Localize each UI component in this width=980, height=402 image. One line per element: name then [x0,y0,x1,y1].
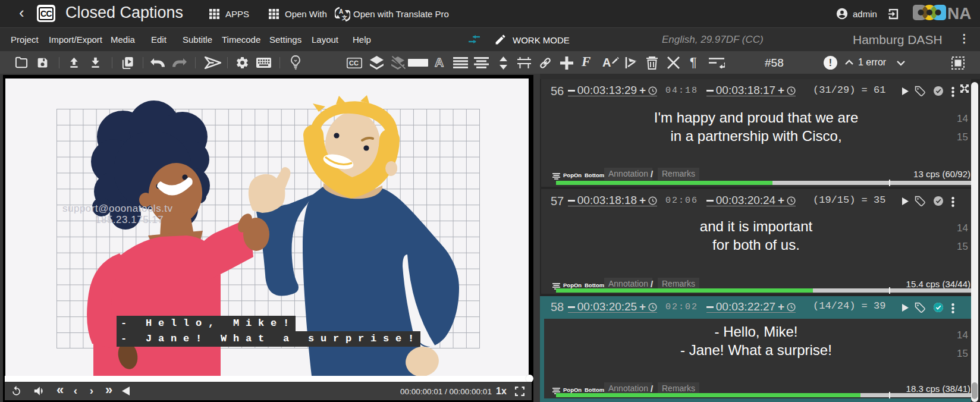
svg-text:A: A [339,8,343,15]
svg-text:CC: CC [349,59,359,67]
svg-text:文: 文 [341,15,347,21]
svg-text:NA: NA [947,4,971,21]
